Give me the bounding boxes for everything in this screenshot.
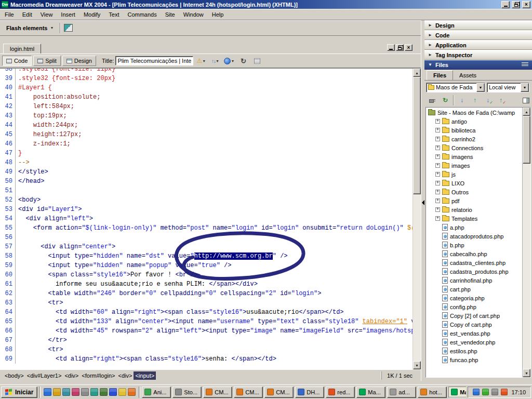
tree-file-item[interactable]: funcao.php [426,355,522,364]
taskbar-window-button[interactable]: CM... [234,387,263,398]
taskbar-window-button[interactable]: CM... [264,387,294,398]
tree-file-item[interactable]: Copy of cart.php [426,320,522,329]
code-scrollbar[interactable]: ▲ ▼ [413,69,421,369]
code-line[interactable]: 54 <div align="left"> [0,214,413,223]
scroll-down-button[interactable]: ▼ [413,361,421,369]
check-in-button[interactable]: ↑ ✓ [496,96,506,105]
tree-folder-item[interactable]: +biblioteca [426,126,522,135]
word-icon[interactable] [109,388,117,396]
validate-markup-button[interactable]: ⚠ ▼ [195,55,207,66]
expand-panel-icon[interactable] [523,98,529,103]
tree-folder-item[interactable]: +relatorio [426,205,522,214]
expand-plus-icon[interactable]: + [435,128,440,132]
tag-selector-item[interactable]: <input> [134,371,156,380]
code-editor[interactable]: 38.style31 {font-size: 11px}39.style32 {… [0,68,421,369]
tree-folder-item[interactable]: +images [426,161,522,170]
tree-folder-item[interactable]: +js [426,170,522,179]
taskbar-window-button[interactable]: red... [326,387,355,398]
code-line[interactable]: 65 <td width="133" align="center"><input… [0,317,413,326]
site-select-arrow-icon[interactable]: ▼ [476,83,485,92]
tag-selector-item[interactable]: <form#login> [80,371,116,380]
expand-plus-icon[interactable]: + [435,154,440,159]
code-line[interactable]: 48--> [0,158,413,167]
tree-root-item[interactable]: Site - Maos de Fada (C:\wamp [426,108,522,117]
expand-plus-icon[interactable]: + [435,207,440,212]
taskbar-window-button[interactable]: CM... [203,387,232,398]
panel-header-code[interactable]: ►Code [424,30,532,40]
put-files-button[interactable]: ↑ [470,96,480,105]
files-panel-header[interactable]: ▼ Files [424,60,532,70]
expand-plus-icon[interactable]: + [435,119,440,124]
firefox-icon[interactable] [128,388,136,396]
show-desktop-icon[interactable] [62,388,70,396]
code-line[interactable]: 46 z-index:1; [0,139,413,149]
view-options-button[interactable] [251,55,263,66]
code-line[interactable]: 62 <table width="246" border="0" cellpad… [0,289,413,298]
tree-file-item[interactable]: cadastra_produtos.php [426,267,522,276]
tree-folder-item[interactable]: +Outros [426,188,522,196]
code-line[interactable]: 69 <td align="right"><span class="style1… [0,354,413,364]
menu-modify[interactable]: Modify [79,9,104,20]
panel-header-application[interactable]: ►Application [424,40,532,50]
internet-explorer-icon[interactable] [44,388,51,396]
tree-file-item[interactable]: carrinhofinal.php [426,276,522,285]
refresh-design-view-button[interactable]: ↻ [237,55,249,66]
code-view[interactable]: 38.style31 {font-size: 11px}39.style32 {… [0,69,413,369]
expand-plus-icon[interactable]: + [435,137,440,141]
tree-file-item[interactable]: config.php [426,302,522,311]
code-line[interactable]: 57 <div align="center"> [0,242,413,251]
flash-element-icon[interactable] [64,24,73,32]
taskbar-window-button[interactable]: Ani... [142,387,171,398]
scroll-up-button[interactable]: ▲ [413,69,421,77]
scrollbar-track[interactable] [413,194,421,361]
connect-button[interactable] [427,96,437,105]
photoshop-icon[interactable] [100,388,108,396]
panel-divider[interactable] [421,20,424,381]
tree-file-item[interactable]: b.php [426,241,522,249]
insert-category-dropdown[interactable]: Flash elements ▼ [3,23,57,33]
code-line[interactable]: 66 <td width="45" rowspan="2" align="lef… [0,326,413,336]
code-line[interactable]: 40#Layer1 { [0,83,413,92]
expand-plus-icon[interactable]: + [435,172,440,177]
expand-plus-icon[interactable]: + [435,216,440,221]
code-line[interactable]: 59 <input type="hidden" name="popup" val… [0,261,413,270]
expand-plus-icon[interactable]: + [435,163,440,168]
taskbar-window-button[interactable]: DH... [295,387,324,398]
code-line[interactable]: 41 position:absolute; [0,92,413,102]
tree-folder-item[interactable]: +LIXO [426,179,522,188]
tree-file-item[interactable]: atacadoprodutos.php [426,232,522,241]
code-line[interactable]: 68 <tr> [0,345,413,354]
scroll-down-button[interactable]: ▼ [523,369,530,377]
tree-file-item[interactable]: cart.php [426,285,522,294]
document-title-input[interactable] [115,56,193,65]
check-out-button[interactable]: ↓ ✓ [483,96,493,105]
media-player-icon[interactable] [72,388,79,396]
code-line[interactable]: 60 <span class="style16">Por favor ! <br… [0,270,413,280]
expand-plus-icon[interactable]: + [435,198,440,203]
code-line[interactable]: 43 top:19px; [0,111,413,121]
tree-folder-item[interactable]: +imagens [426,152,522,161]
restore-button[interactable] [512,1,520,8]
close-button[interactable]: × [522,1,530,8]
tree-folder-item[interactable]: +antigo [426,117,522,126]
code-line[interactable]: 63 <tr> [0,298,413,308]
scroll-up-button[interactable]: ▲ [523,108,530,116]
code-line[interactable]: 49</style> [0,167,413,177]
expand-plus-icon[interactable]: + [435,145,440,150]
tag-selector-item[interactable]: <div> [117,371,134,380]
code-line[interactable]: 52<body> [0,195,413,205]
explorer-icon[interactable] [118,388,126,396]
code-line[interactable]: 47} [0,149,413,158]
panel-header-design[interactable]: ►Design [424,20,532,30]
file-management-button[interactable]: ↑↓ ▼ [209,55,221,66]
document-close-button[interactable]: × [405,44,413,51]
tree-folder-item[interactable]: +carrinho2 [426,135,522,143]
code-line[interactable]: 44 width:244px; [0,121,413,130]
tree-file-item[interactable]: estilos.php [426,347,522,355]
tag-selector-item[interactable]: <body> [3,371,25,380]
menu-site[interactable]: Site [161,9,179,20]
menu-insert[interactable]: Insert [57,9,79,20]
tree-folder-item[interactable]: +pdf [426,196,522,205]
tray-network-icon[interactable] [473,389,480,395]
code-line[interactable]: 38.style31 {font-size: 11px} [0,69,413,74]
